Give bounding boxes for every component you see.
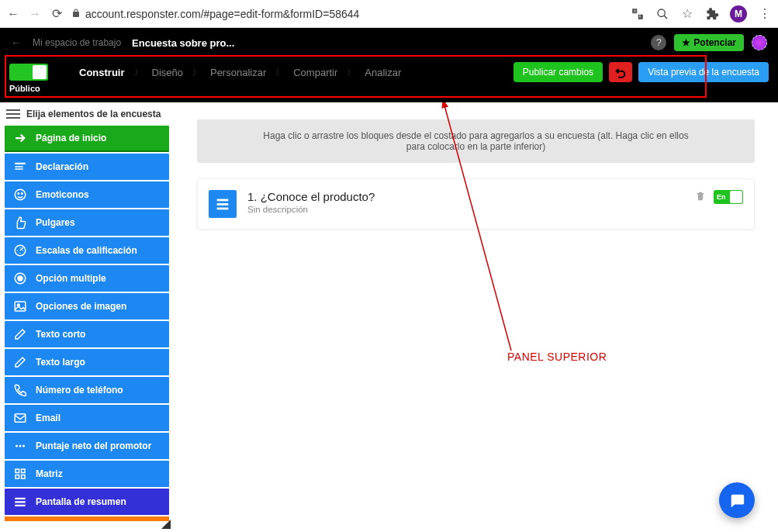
workspace-link[interactable]: Mi espacio de trabajo [33, 37, 121, 48]
tab-compartir[interactable]: Compartir [293, 67, 337, 78]
extensions-icon[interactable] [705, 7, 719, 21]
element-matrix[interactable]: Matriz [5, 461, 169, 487]
resize-handle-icon[interactable] [161, 520, 171, 529]
public-toggle[interactable] [9, 64, 48, 81]
svg-rect-4 [15, 163, 26, 164]
chevron-right-icon: 〉 [134, 67, 143, 78]
svg-rect-25 [15, 505, 26, 506]
svg-rect-22 [22, 475, 26, 479]
svg-point-12 [18, 276, 22, 281]
tab-diseno[interactable]: Diseño [152, 67, 183, 78]
dots-icon [12, 438, 28, 454]
svg-rect-15 [15, 414, 26, 423]
tab-construir[interactable]: Construir [79, 67, 125, 78]
address-bar[interactable]: account.responster.com/#page=edit-form&f… [71, 8, 359, 20]
svg-rect-21 [16, 475, 19, 479]
declaration-icon [12, 159, 28, 174]
url-text: account.responster.com/#page=edit-form&f… [85, 8, 359, 20]
preview-button[interactable]: Vista previa de la encuesta [638, 62, 769, 82]
element-image-options[interactable]: Opciones de imagen [5, 293, 169, 320]
element-multiple-choice[interactable]: Opción multiple [5, 265, 169, 292]
question-title: 1. ¿Conoce el producto? [247, 190, 684, 203]
translate-icon[interactable]: 文A [631, 7, 645, 21]
question-card[interactable]: 1. ¿Conoce el producto? Sin descripción … [197, 178, 755, 230]
element-short-text[interactable]: Texto corto [5, 321, 169, 347]
builder-nav: Construir 〉 Diseño 〉 Personalizar 〉 Comp… [0, 57, 778, 102]
svg-rect-5 [15, 166, 23, 168]
arrow-right-icon [12, 130, 28, 146]
svg-rect-13 [15, 302, 26, 311]
element-homepage[interactable]: Página de inicio [5, 126, 169, 152]
svg-rect-20 [22, 469, 26, 473]
browser-toolbar: ← → ⟳ account.responster.com/#page=edit-… [0, 0, 778, 28]
chat-icon [728, 492, 745, 509]
element-nps[interactable]: Puntaje neto del promotor [5, 433, 169, 459]
tab-personalizar[interactable]: Personalizar [210, 67, 266, 78]
help-icon[interactable]: ? [651, 35, 666, 50]
element-phone[interactable]: Número de teléfono [5, 377, 169, 403]
element-long-text[interactable]: Texto largo [5, 349, 169, 375]
svg-rect-27 [217, 203, 229, 206]
chat-fab[interactable] [719, 482, 755, 518]
undo-button[interactable] [609, 62, 632, 82]
element-summary[interactable]: Pantalla de resumen [5, 489, 169, 515]
mail-icon [12, 410, 28, 426]
element-email[interactable]: Email [5, 405, 169, 431]
image-icon [12, 299, 28, 314]
user-avatar[interactable] [752, 35, 767, 50]
svg-rect-28 [217, 208, 229, 210]
chevron-right-icon: 〉 [347, 67, 355, 78]
star-filled-icon: ★ [682, 37, 690, 48]
app-header: ← Mi espacio de trabajo Encuesta sobre p… [0, 28, 778, 57]
phone-icon [12, 382, 28, 398]
chevron-right-icon: 〉 [275, 67, 284, 78]
svg-point-16 [16, 445, 18, 447]
element-divider [5, 516, 169, 521]
element-thumbs[interactable]: Pulgares [5, 209, 169, 236]
reload-icon[interactable]: ⟳ [50, 7, 64, 21]
annotation-label: PANEL SUPERIOR [507, 351, 607, 363]
elements-sidebar: Elija elementos de la encuesta Página de… [0, 102, 174, 526]
survey-title: Encuesta sobre pro... [132, 37, 234, 49]
svg-point-9 [22, 193, 23, 195]
svg-rect-19 [16, 469, 19, 473]
smile-icon [12, 187, 28, 202]
element-rating-scales[interactable]: Escalas de calificación [5, 237, 169, 264]
question-type-icon [209, 190, 237, 218]
back-icon[interactable]: ← [6, 7, 20, 21]
sidebar-title: Elija elementos de la encuesta [26, 109, 161, 119]
question-description: Sin descripción [247, 205, 684, 214]
publish-button[interactable]: Publicar cambios [513, 62, 603, 82]
svg-point-17 [19, 445, 22, 447]
svg-text:A: A [639, 15, 641, 19]
breadcrumb: Construir 〉 Diseño 〉 Personalizar 〉 Comp… [79, 67, 401, 78]
scale-icon [12, 243, 28, 258]
grid-icon [12, 466, 28, 482]
svg-point-7 [15, 189, 26, 200]
svg-point-18 [22, 445, 25, 447]
svg-rect-24 [15, 501, 26, 503]
element-declaration[interactable]: Declaración [5, 154, 169, 180]
question-enabled-toggle[interactable]: En [714, 190, 743, 204]
forward-icon[interactable]: → [28, 7, 42, 21]
svg-rect-6 [15, 168, 23, 170]
edit-icon [12, 326, 28, 342]
svg-text:文: 文 [633, 8, 637, 12]
menu-icon[interactable] [6, 109, 20, 119]
svg-rect-26 [217, 199, 229, 202]
trash-icon[interactable] [695, 191, 706, 204]
zoom-icon[interactable] [655, 7, 669, 21]
element-emoticons[interactable]: Emoticonos [5, 181, 169, 208]
svg-point-8 [18, 193, 19, 195]
list-icon [12, 494, 28, 510]
tab-analizar[interactable]: Analizar [365, 67, 401, 78]
profile-avatar[interactable]: M [730, 5, 747, 22]
back-arrow-icon[interactable]: ← [11, 36, 22, 49]
star-icon[interactable]: ☆ [680, 7, 694, 21]
builder-canvas: Haga clic o arrastre los bloques desde e… [174, 102, 778, 532]
thumb-icon [12, 215, 28, 230]
more-icon[interactable]: ⋮ [758, 7, 772, 21]
boost-button[interactable]: ★ Potenciar [674, 34, 744, 51]
public-label: Público [0, 82, 778, 98]
chevron-right-icon: 〉 [192, 67, 201, 78]
